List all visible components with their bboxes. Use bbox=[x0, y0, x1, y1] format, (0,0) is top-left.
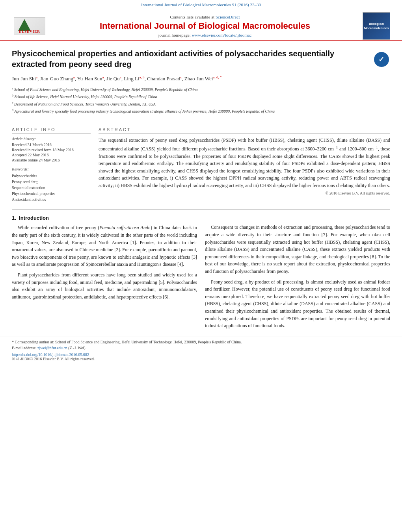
journal-citation: International Journal of Biological Macr… bbox=[141, 2, 261, 7]
revised-date: Received in revised form 18 May 2016 bbox=[12, 148, 91, 152]
intro-right-column: Consequent to changes in methods of extr… bbox=[205, 215, 390, 332]
email-label: E-mail address: bbox=[12, 346, 37, 350]
footnote-section: * Corresponding author at: School of Foo… bbox=[0, 337, 402, 363]
homepage-link[interactable]: www.elsevier.com/locate/ijbiomac bbox=[192, 33, 251, 37]
affiliation-c: c Department of Nutrition and Food Scien… bbox=[12, 101, 367, 107]
introduction-section: 1. Introduction While recorded cultivati… bbox=[0, 213, 402, 336]
intro-section-title: 1. Introduction bbox=[12, 215, 197, 221]
article-title-block: Physicochemical properties and antioxida… bbox=[12, 48, 367, 115]
intro-right-body-text: Consequent to changes in methods of extr… bbox=[205, 224, 390, 329]
email-person: (Z.-J. Wei). bbox=[68, 346, 86, 350]
doi-link[interactable]: http://dx.doi.org/10.1016/j.ijbiomac.201… bbox=[12, 352, 89, 357]
elsevier-logo: ELSEVIER bbox=[12, 15, 47, 37]
intro-paragraph-1: While recorded cultivation of tree peony… bbox=[12, 224, 197, 268]
corresponding-author-note: * Corresponding author at: School of Foo… bbox=[12, 339, 390, 345]
intro-right-paragraph-1: Consequent to changes in methods of extr… bbox=[205, 224, 390, 275]
keywords-label: Keywords: bbox=[12, 167, 91, 171]
keyword-5: Antioxidant activities bbox=[12, 196, 91, 202]
keywords-section: Keywords: Polysaccharides Peony seed dre… bbox=[12, 167, 91, 202]
journal-logo-image: BiologicalMacromolecules bbox=[363, 12, 390, 40]
crossmark-icon bbox=[374, 52, 389, 67]
keyword-2: Peony seed dreg bbox=[12, 179, 91, 185]
doi-line: http://dx.doi.org/10.1016/j.ijbiomac.201… bbox=[12, 352, 390, 357]
keyword-1: Polysaccharides bbox=[12, 173, 91, 179]
email-link[interactable]: zjwei@hfut.edu.cn bbox=[37, 346, 67, 350]
contents-label: Contents lists available at bbox=[170, 15, 215, 19]
abstract-body: The sequential extraction of peony seed … bbox=[99, 137, 390, 189]
homepage-label: journal homepage: bbox=[158, 33, 192, 37]
intro-right-paragraph-2: Peony seed dreg, a by-product of oil pro… bbox=[205, 278, 390, 330]
divider-before-body bbox=[12, 209, 390, 210]
abstract-column: ABSTRACT The sequential extraction of pe… bbox=[99, 127, 390, 202]
crossmark-badge[interactable] bbox=[372, 50, 390, 68]
copyright-line: © 2016 Elsevier B.V. All rights reserved… bbox=[99, 191, 390, 195]
journal-header: ELSEVIER Contents lists available at Sci… bbox=[0, 8, 402, 41]
available-date: Available online 24 May 2016 bbox=[12, 158, 91, 162]
affiliation-d: d Agricultural and forestry specialty fo… bbox=[12, 108, 367, 114]
affiliation-b: b School of life Science, Hefei Normal U… bbox=[12, 93, 367, 100]
contents-available-line: Contents lists available at ScienceDirec… bbox=[55, 15, 355, 19]
article-info-abstract-section: ARTICLE INFO Article history: Received 3… bbox=[0, 123, 402, 206]
divider-after-affiliations bbox=[12, 121, 390, 121]
intro-section-label: Introduction bbox=[19, 215, 49, 221]
article-info-header: ARTICLE INFO bbox=[12, 127, 91, 133]
article-header-section: Physicochemical properties and antioxida… bbox=[0, 41, 402, 119]
accepted-date: Accepted 22 May 2016 bbox=[12, 153, 91, 157]
authors-line: Jun-Jun Shia, Jian-Guo Zhanga, Yu-Han Su… bbox=[12, 74, 367, 83]
keyword-3: Sequential extraction bbox=[12, 185, 91, 191]
intro-left-column: 1. Introduction While recorded cultivati… bbox=[12, 215, 197, 332]
abstract-header: ABSTRACT bbox=[99, 127, 390, 133]
email-line: E-mail address: zjwei@hfut.edu.cn (Z.-J.… bbox=[12, 345, 390, 351]
journal-logo-text: BiologicalMacromolecules bbox=[364, 22, 389, 30]
corresponding-author-text: * Corresponding author at: School of Foo… bbox=[12, 340, 242, 344]
journal-title-block: Contents lists available at ScienceDirec… bbox=[47, 15, 363, 37]
issn-line: 0141-8130/© 2016 Elsevier B.V. All right… bbox=[12, 357, 390, 361]
article-info-column: ARTICLE INFO Article history: Received 3… bbox=[12, 127, 91, 202]
article-title: Physicochemical properties and antioxida… bbox=[12, 48, 367, 70]
affiliation-a: a School of Food Science and Engineering… bbox=[12, 86, 367, 93]
journal-name: International Journal of Biological Macr… bbox=[55, 21, 355, 31]
article-history-label: Article history: bbox=[12, 137, 91, 141]
journal-citation-bar: International Journal of Biological Macr… bbox=[0, 0, 402, 8]
intro-paragraph-2: Plant polysaccharides from different sou… bbox=[12, 271, 197, 300]
affiliations-block: a School of Food Science and Engineering… bbox=[12, 86, 367, 114]
journal-homepage-line: journal homepage: www.elsevier.com/locat… bbox=[55, 33, 355, 37]
keyword-4: Physicochemical properties bbox=[12, 191, 91, 196]
elsevier-label: ELSEVIER bbox=[14, 30, 45, 33]
sciencedirect-link[interactable]: ScienceDirect bbox=[216, 15, 240, 19]
received-date: Received 31 March 2016 bbox=[12, 143, 91, 147]
intro-section-number: 1. bbox=[12, 215, 16, 221]
intro-body-text: While recorded cultivation of tree peony… bbox=[12, 224, 197, 300]
